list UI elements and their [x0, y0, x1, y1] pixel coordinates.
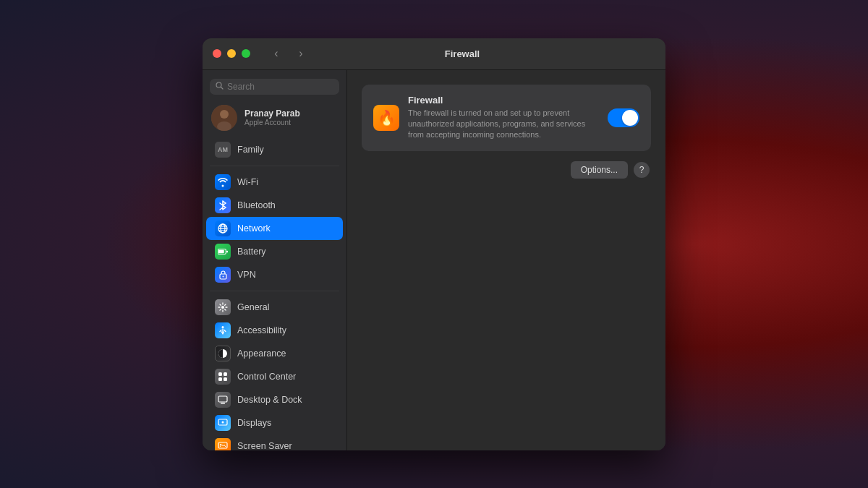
maximize-button[interactable]: [242, 49, 250, 58]
general-label: General: [237, 302, 269, 312]
firewall-text: Firewall The firewall is turned on and s…: [408, 95, 599, 141]
sidebar-group-system: General Accessibility: [203, 296, 346, 450]
svg-rect-21: [224, 377, 227, 381]
displays-icon: [215, 415, 231, 431]
wifi-icon: [215, 174, 231, 190]
sidebar-group-family: AM Family: [203, 138, 346, 161]
wifi-label: Wi-Fi: [237, 177, 258, 187]
network-icon: [215, 221, 231, 236]
titlebar: ‹ › Firewall: [203, 38, 665, 70]
main-content: 🔥 Firewall The firewall is turned on and…: [347, 70, 665, 450]
svg-point-25: [222, 421, 224, 423]
sidebar-item-battery[interactable]: Battery: [206, 240, 343, 263]
displays-label: Displays: [237, 418, 271, 428]
svg-rect-22: [218, 396, 227, 402]
controlcenter-icon: [215, 369, 231, 385]
family-icon: AM: [215, 142, 231, 158]
svg-rect-19: [224, 372, 227, 376]
sidebar-item-displays[interactable]: Displays: [206, 411, 343, 435]
general-icon: [215, 299, 231, 315]
sidebar-item-general[interactable]: General: [206, 296, 343, 319]
vpn-icon: [215, 267, 231, 283]
search-wrap[interactable]: [210, 79, 339, 95]
bluetooth-icon: [215, 197, 231, 213]
search-icon: [216, 82, 224, 91]
close-button[interactable]: [213, 49, 221, 58]
svg-point-27: [220, 444, 221, 445]
controlcenter-label: Control Center: [237, 372, 296, 382]
accessibility-label: Accessibility: [237, 325, 286, 335]
svg-point-16: [222, 326, 224, 328]
firewall-title: Firewall: [408, 95, 599, 106]
bluetooth-label: Bluetooth: [237, 200, 276, 210]
screensaver-label: Screen Saver: [237, 441, 292, 450]
nav-buttons: ‹ ›: [260, 43, 317, 64]
user-profile[interactable]: Pranay Parab Apple Account: [203, 100, 346, 138]
avatar: [211, 105, 237, 131]
user-name: Pranay Parab: [244, 108, 300, 119]
sidebar-item-network[interactable]: Network: [206, 217, 343, 240]
help-button[interactable]: ?: [634, 162, 650, 178]
svg-rect-23: [221, 403, 225, 404]
search-input[interactable]: [227, 82, 333, 92]
appearance-icon: [215, 346, 231, 361]
sidebar-item-appearance[interactable]: Appearance: [206, 342, 343, 365]
divider-1: [210, 166, 339, 166]
firewall-card: 🔥 Firewall The firewall is turned on and…: [362, 85, 651, 151]
svg-point-14: [222, 275, 224, 277]
divider-2: [210, 291, 339, 291]
svg-rect-20: [218, 377, 222, 381]
minimize-button[interactable]: [227, 49, 236, 58]
vpn-label: VPN: [237, 270, 256, 280]
firewall-description: The firewall is turned on and set up to …: [408, 108, 599, 141]
svg-point-15: [221, 306, 224, 309]
network-label: Network: [237, 223, 271, 234]
search-container: [203, 76, 346, 100]
sidebar-item-vpn[interactable]: VPN: [206, 263, 343, 286]
toggle-knob: [622, 110, 638, 126]
svg-rect-12: [226, 250, 228, 252]
svg-line-1: [221, 87, 224, 90]
sidebar-group-network: Wi-Fi Bluetooth: [203, 171, 346, 286]
sidebar-item-accessibility[interactable]: Accessibility: [206, 319, 343, 342]
firewall-toggle[interactable]: [608, 108, 639, 127]
content-area: Pranay Parab Apple Account AM Family: [203, 70, 665, 450]
options-button[interactable]: Options...: [571, 161, 628, 179]
sidebar-item-desktop[interactable]: Desktop & Dock: [206, 388, 343, 411]
svg-rect-11: [218, 249, 224, 252]
sidebar-item-bluetooth[interactable]: Bluetooth: [206, 194, 343, 217]
desktop-icon: [215, 392, 231, 408]
desktop-label: Desktop & Dock: [237, 395, 302, 405]
sidebar-item-controlcenter[interactable]: Control Center: [206, 365, 343, 388]
back-button[interactable]: ‹: [266, 43, 286, 64]
forward-button[interactable]: ›: [291, 43, 311, 64]
sidebar-item-wifi[interactable]: Wi-Fi: [206, 171, 343, 194]
svg-point-3: [220, 110, 229, 119]
window-title: Firewall: [317, 48, 608, 59]
firewall-icon: 🔥: [373, 105, 399, 131]
user-info: Pranay Parab Apple Account: [244, 108, 300, 127]
family-label: Family: [237, 145, 264, 155]
battery-label: Battery: [237, 247, 266, 257]
accessibility-icon: [215, 322, 231, 338]
traffic-lights: [203, 49, 260, 58]
appearance-label: Appearance: [237, 348, 286, 359]
sidebar-item-screensaver[interactable]: Screen Saver: [206, 435, 343, 450]
svg-rect-18: [218, 372, 222, 376]
screensaver-icon: [215, 438, 231, 450]
sidebar: Pranay Parab Apple Account AM Family: [203, 70, 347, 450]
user-subtitle: Apple Account: [244, 119, 300, 127]
options-row: Options... ?: [362, 161, 651, 179]
sidebar-item-family[interactable]: AM Family: [206, 138, 343, 161]
settings-window: ‹ › Firewall: [203, 38, 665, 450]
battery-icon: [215, 244, 231, 260]
svg-point-0: [216, 82, 221, 87]
